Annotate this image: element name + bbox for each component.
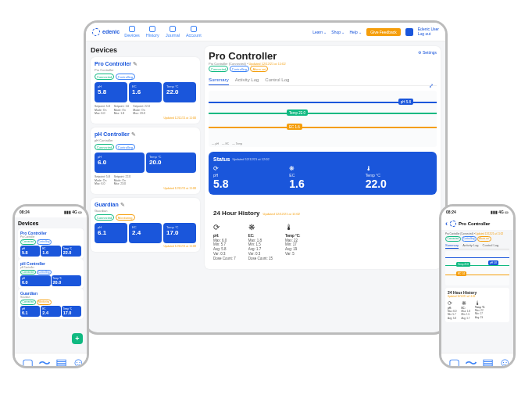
detail-tabs: Summary Activity Log Control Log — [209, 77, 437, 86]
help-link[interactable]: Help ⌄ — [349, 30, 362, 34]
feedback-button[interactable]: Give Feedback — [366, 28, 401, 36]
devices-icon — [129, 26, 135, 32]
nav-devices[interactable]: Devices — [124, 26, 140, 38]
nav-journal[interactable]: Journal — [166, 26, 180, 38]
tab-activity[interactable]: Activity Log — [235, 77, 259, 85]
nav-devices-icon[interactable]: ▢ — [448, 356, 456, 364]
nav-journal-icon[interactable]: ▤ — [482, 356, 490, 364]
tab-control-mobile[interactable]: Control Log — [483, 243, 499, 249]
trend-chart: ⤢ pH 5.8 Temp 22.0 EC 1.6 — pH— EC— Temp — [209, 91, 437, 147]
signal-icon: ▮▮▮ — [491, 210, 498, 214]
settings-button[interactable]: ⚙ Settings — [418, 50, 437, 55]
thermometer-icon: 🌡 — [366, 165, 432, 172]
device-card-mobile[interactable]: GuardianGuardianConnectedMonitoringpH6.1… — [18, 289, 84, 319]
tab-summary[interactable]: Summary — [209, 77, 229, 85]
detail-title-mobile: Pro Controller — [459, 221, 490, 226]
nav-journal-icon[interactable]: ▤ — [55, 356, 63, 364]
mobile-nav: ▢ 〜 ▤ ☺ — [15, 353, 87, 366]
logo-icon — [92, 28, 100, 36]
device-card-mobile[interactable]: pH ControllerpH ControllerConnectedContr… — [18, 259, 84, 289]
nav-account-icon[interactable]: ☺ — [72, 356, 80, 364]
history-panel: 24 Hour HistoryUpdated 12/12/21 at 11:02… — [209, 199, 437, 265]
tablet-frame: edenic Devices History Journal Account L… — [84, 20, 448, 335]
history-panel-mobile: 24 Hour History Updated 12/12/21 at 11:0… — [445, 288, 509, 322]
nav-account[interactable]: Account — [186, 26, 202, 38]
battery-icon: ▭ — [505, 210, 509, 214]
tab-control[interactable]: Control Log — [265, 77, 289, 85]
back-button[interactable]: ‹ — [445, 220, 448, 228]
shop-link[interactable]: Shop ⌄ — [331, 30, 345, 34]
refresh-icon: ⟳ — [213, 165, 280, 172]
battery-icon: ▭ — [78, 210, 82, 214]
phone-status-bar: 08:24 ▮▮▮ 4G ▭ — [15, 206, 87, 217]
chart-label-ec: EC 1.6 — [287, 124, 302, 130]
device-card[interactable]: Pro Controller ✎Pro ControllerConnectedC… — [91, 57, 200, 124]
account-icon — [191, 26, 197, 32]
add-device-button[interactable]: + — [72, 333, 83, 344]
logo-icon — [450, 221, 456, 227]
nav-history-icon[interactable]: 〜 — [38, 356, 46, 364]
learn-link[interactable]: Learn ⌄ — [312, 30, 327, 34]
devices-heading: Devices — [91, 46, 200, 54]
signal-icon: ▮▮▮ — [64, 210, 71, 214]
header-right: Learn ⌄ Shop ⌄ Help ⌄ Give Feedback Eden… — [312, 27, 439, 36]
nav-devices-icon[interactable]: ▢ — [22, 356, 30, 364]
mobile-nav: ▢ 〜 ▤ ☺ — [441, 353, 513, 366]
status-panel: Status Updated 12/12/21 at 12:02 ⟳pH5.8 … — [209, 152, 437, 195]
phone-left-frame: 08:24 ▮▮▮ 4G ▭ Devices Pro ControllerPro… — [12, 204, 89, 368]
expand-icon[interactable]: ⤢ — [429, 83, 434, 89]
detail-title: Pro Controller — [209, 50, 286, 62]
device-card[interactable]: pH Controller ✎pH ControllerConnectedCon… — [91, 127, 200, 194]
phone-right-frame: 08:24 ▮▮▮ 4G ▭ ‹ Pro Controller Pro Cont… — [439, 204, 516, 368]
fan-icon: ❋ — [289, 165, 355, 172]
journal-icon — [170, 26, 176, 32]
nav-history-icon[interactable]: 〜 — [465, 356, 473, 364]
device-card-mobile[interactable]: Pro ControllerPro ControllerConnectedCon… — [18, 228, 84, 259]
brand-name: edenic — [102, 29, 120, 34]
nav-history[interactable]: History — [146, 26, 159, 38]
chart-label-ph: pH 5.8 — [398, 99, 413, 105]
brand-logo[interactable]: edenic — [92, 28, 120, 36]
device-card[interactable]: Guardian ✎GuardianConnectedMonitoringpH6… — [91, 198, 200, 252]
devices-heading-mobile: Devices — [18, 221, 84, 226]
avatar[interactable] — [405, 28, 413, 36]
trend-chart-mobile: Temp 22.0 pH 5.8 EC 1.6 — [445, 251, 509, 285]
logout-link[interactable]: Log out — [418, 32, 439, 37]
phone-status-bar: 08:24 ▮▮▮ 4G ▭ — [441, 206, 513, 217]
chart-label-temp: Temp 22.0 — [287, 109, 308, 116]
history-icon — [149, 26, 155, 32]
main-nav: Devices History Journal Account — [124, 26, 202, 38]
nav-account-icon[interactable]: ☺ — [498, 356, 506, 364]
tab-summary-mobile[interactable]: Summary — [445, 243, 459, 249]
app-header: edenic Devices History Journal Account L… — [86, 23, 445, 41]
tab-activity-mobile[interactable]: Activity Log — [462, 243, 478, 249]
